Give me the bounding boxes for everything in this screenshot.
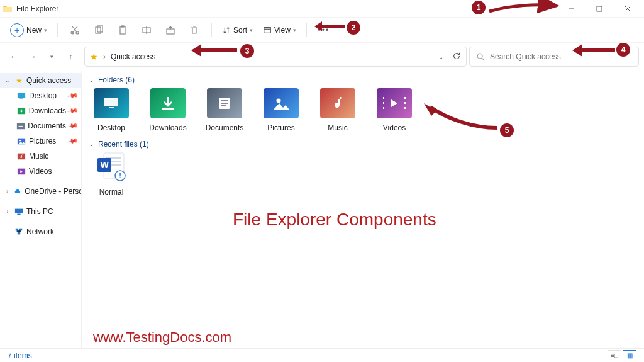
view-button[interactable]: View ▾ [259,20,300,40]
group-title: Folders (6) [98,76,135,84]
navpane-downloads[interactable]: Downloads📌 [0,103,81,118]
navpane-videos[interactable]: Videos [0,164,81,179]
close-button[interactable] [613,0,641,18]
chevron-down-icon: ⌄ [89,77,94,83]
more-button[interactable]: ••• [313,20,335,40]
navigation-pane: ⌄ ★ Quick access Desktop📌 Downloads📌 Doc… [0,71,82,348]
quick-access-label: Quick access [26,76,71,85]
app-icon [3,4,13,14]
tile-label: Normal [99,188,124,196]
cut-button[interactable] [64,20,86,40]
navpane-pictures[interactable]: Pictures📌 [0,133,81,149]
navpane-item-label: OneDrive - Person [25,187,81,196]
group-title: Recent files (1) [98,140,149,149]
star-icon: ★ [90,52,98,62]
recent-chevron[interactable]: ▾ [43,48,60,65]
rename-button[interactable] [136,20,157,40]
annotation-heading: File Explorer Components [233,210,436,230]
star-icon: ★ [14,76,24,86]
navpane-item-label: Downloads [29,106,66,115]
plus-icon: + [10,23,24,37]
svg-rect-43 [383,107,384,109]
svg-rect-41 [383,97,384,99]
navpane-documents[interactable]: Documents📌 [0,118,81,133]
svg-rect-38 [221,103,228,104]
pin-icon: 📌 [67,120,79,132]
chevron-right-icon[interactable]: › [4,188,11,195]
large-icons-view-button[interactable]: ▦ [623,350,636,361]
refresh-button[interactable] [452,52,461,62]
delete-button[interactable] [184,20,205,40]
up-button[interactable]: ↑ [62,48,79,65]
tile-music[interactable]: Music [317,88,358,132]
forward-button[interactable]: → [24,48,42,65]
svg-rect-19 [18,93,25,98]
svg-rect-45 [404,102,406,104]
svg-point-40 [277,99,281,103]
svg-rect-23 [19,125,23,125]
svg-text:W: W [100,160,109,170]
videos-icon [377,88,412,118]
paste-button[interactable] [112,20,133,40]
thispc-icon [14,206,24,217]
chevron-right-icon[interactable]: › [4,208,11,215]
sort-label: Sort [233,26,247,35]
tile-videos[interactable]: Videos [374,88,415,132]
pictures-icon [264,88,299,118]
navpane-onedrive[interactable]: › OneDrive - Person [0,184,81,199]
title-bar: File Explorer [0,0,644,18]
svg-line-18 [482,59,484,60]
address-chevron-icon[interactable]: ⌄ [438,54,443,60]
group-header-folders[interactable]: ⌄ Folders (6) [89,76,639,84]
copy-button[interactable] [88,20,109,40]
documents-icon [16,121,25,131]
breadcrumb[interactable]: Quick access [111,52,155,61]
new-label: New [26,26,42,35]
network-icon [14,227,24,237]
navpane-item-label: Network [26,227,54,236]
svg-rect-15 [264,27,271,33]
cloud-icon [13,186,22,196]
group-header-recent[interactable]: ⌄ Recent files (1) [89,140,639,149]
navpane-music[interactable]: Music [0,149,81,164]
status-bar: 7 items ≡□ ▦ [0,348,644,362]
svg-rect-42 [383,102,384,104]
svg-rect-20 [19,98,23,99]
svg-rect-34 [104,98,118,106]
share-button[interactable] [160,20,181,40]
navpane-thispc[interactable]: › This PC [0,204,81,219]
address-bar[interactable]: ★ › Quick access ⌄ [84,47,467,67]
back-button[interactable]: ← [5,48,23,65]
tile-downloads[interactable]: Downloads [147,88,189,132]
svg-rect-46 [404,107,406,109]
sort-button[interactable]: Sort ▾ [218,20,257,40]
tile-pictures[interactable]: Pictures [260,88,302,132]
svg-rect-33 [18,232,20,235]
pin-icon: 📌 [67,135,79,147]
navigation-row: ← → ▾ ↑ ★ › Quick access ⌄ [0,43,644,71]
svg-rect-10 [120,26,125,34]
tile-documents[interactable]: Documents [204,88,245,132]
navpane-desktop[interactable]: Desktop📌 [0,88,81,103]
tile-recent-normal[interactable]: W ! Normal [91,152,132,196]
search-icon [476,52,485,61]
svg-rect-30 [17,214,20,215]
navpane-item-label: Music [29,152,48,161]
tile-label: Pictures [267,123,294,132]
chevron-down-icon: ▾ [250,27,253,33]
minimize-button[interactable] [557,0,585,18]
tile-desktop[interactable]: Desktop [91,88,132,132]
search-input[interactable] [490,52,632,61]
navpane-item-label: Documents [28,122,66,130]
search-box[interactable] [469,47,639,67]
new-button[interactable]: + New ▾ [6,20,51,40]
maximize-button[interactable] [585,0,613,18]
svg-rect-44 [404,97,406,99]
chevron-down-icon[interactable]: ⌄ [4,77,11,84]
details-view-button[interactable]: ≡□ [608,350,621,361]
music-icon [320,88,355,118]
music-icon [16,151,26,161]
navpane-quick-access[interactable]: ⌄ ★ Quick access [0,73,81,88]
svg-point-17 [477,54,482,59]
navpane-network[interactable]: › Network [0,224,81,239]
